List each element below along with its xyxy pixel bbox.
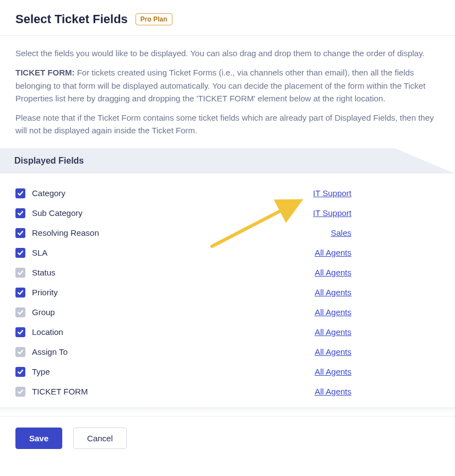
intro-text: Select the fields you would like to be d… — [0, 36, 455, 148]
field-row[interactable]: PriorityAll Agents — [15, 283, 440, 302]
field-label: Priority — [32, 288, 315, 297]
field-scope-link[interactable]: All Agents — [315, 327, 351, 337]
field-row[interactable]: Assign ToAll Agents — [15, 342, 440, 362]
displayed-fields-heading: Displayed Fields — [0, 148, 455, 174]
checkbox-locked — [15, 307, 25, 317]
intro-strong: TICKET FORM: — [15, 68, 74, 77]
field-scope-link[interactable]: Sales — [331, 228, 351, 237]
field-label: TICKET FORM — [32, 387, 315, 396]
checkbox[interactable] — [15, 367, 25, 377]
field-label: SLA — [32, 248, 315, 257]
field-row[interactable]: Resolving ReasonSales — [15, 223, 440, 243]
plan-badge: Pro Plan — [136, 13, 172, 25]
field-row[interactable]: LocationAll Agents — [15, 322, 440, 342]
field-label: Location — [32, 327, 315, 337]
field-label: Category — [32, 188, 313, 198]
fields-list: CategoryIT SupportSub CategoryIT Support… — [0, 174, 455, 407]
field-label: Type — [32, 367, 315, 376]
field-label: Resolving Reason — [32, 228, 331, 237]
field-row[interactable]: TypeAll Agents — [15, 362, 440, 382]
cancel-button[interactable]: Cancel — [73, 428, 127, 449]
checkbox[interactable] — [15, 228, 25, 238]
intro-p2-text: For tickets created using Ticket Forms (… — [15, 68, 425, 103]
checkbox-locked — [15, 268, 25, 278]
checkbox[interactable] — [15, 288, 25, 298]
field-scope-link[interactable]: All Agents — [315, 248, 351, 257]
field-scope-link[interactable]: All Agents — [315, 288, 351, 297]
field-row[interactable]: StatusAll Agents — [15, 263, 440, 283]
checkbox[interactable] — [15, 188, 25, 198]
field-scope-link[interactable]: IT Support — [313, 208, 351, 218]
field-scope-link[interactable]: All Agents — [315, 347, 351, 356]
checkbox-locked — [15, 347, 25, 357]
field-row[interactable]: SLAAll Agents — [15, 243, 440, 263]
field-row[interactable]: TICKET FORMAll Agents — [15, 382, 440, 402]
field-scope-link[interactable]: IT Support — [313, 188, 351, 198]
intro-p2: TICKET FORM: For tickets created using T… — [15, 66, 440, 105]
checkbox[interactable] — [15, 248, 25, 258]
page-title: Select Ticket Fields — [15, 12, 128, 26]
field-row[interactable]: GroupAll Agents — [15, 302, 440, 322]
field-scope-link[interactable]: All Agents — [315, 307, 351, 317]
checkbox-locked — [15, 387, 25, 397]
field-row[interactable]: CategoryIT Support — [15, 183, 440, 203]
field-label: Status — [32, 268, 315, 277]
field-scope-link[interactable]: All Agents — [315, 387, 351, 396]
save-button[interactable]: Save — [15, 428, 62, 449]
field-label: Assign To — [32, 347, 315, 356]
field-scope-link[interactable]: All Agents — [315, 367, 351, 376]
field-label: Group — [32, 307, 315, 317]
checkbox[interactable] — [15, 327, 25, 337]
footer-bar: Save Cancel — [0, 416, 455, 460]
checkbox[interactable] — [15, 208, 25, 218]
field-scope-link[interactable]: All Agents — [315, 268, 351, 277]
intro-p1: Select the fields you would like to be d… — [15, 47, 440, 60]
field-label: Sub Category — [32, 208, 313, 218]
field-row[interactable]: Sub CategoryIT Support — [15, 203, 440, 223]
intro-p3: Please note that if the Ticket Form cont… — [15, 111, 440, 137]
